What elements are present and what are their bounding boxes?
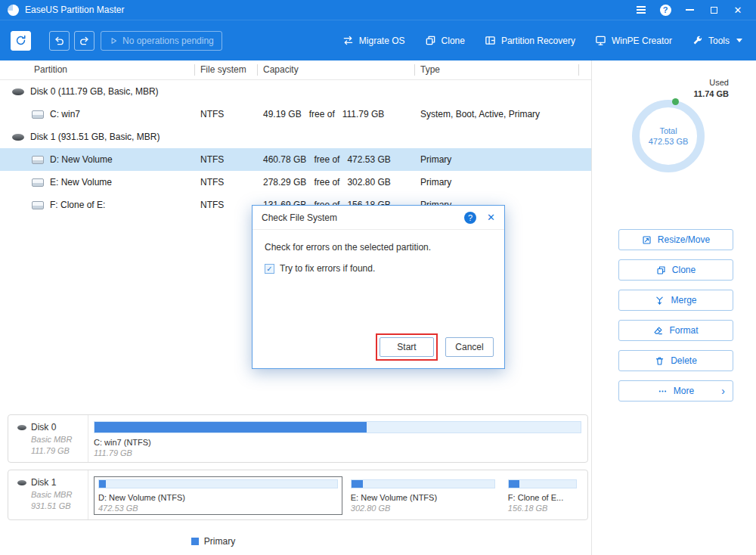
table-row-d-selected[interactable]: D: New Volume NTFS 460.78 GB free of 472… [0,148,591,171]
partition-free: 278.29 GB [263,177,306,188]
diskmap-partition-e[interactable]: E: New Volume (NTFS) 302.80 GB [346,476,500,515]
diskmap-partition-d[interactable]: D: New Volume (NTFS) 472.53 GB [94,476,342,515]
clone-label: Clone [672,265,696,275]
toolbar: No operations pending Migrate OS Clone P… [0,20,756,60]
partition-recovery-label: Partition Recovery [501,36,575,46]
clone-icon [656,265,666,275]
right-panel: Used 11.74 GB Total 472.53 GB Resize/Mov… [591,60,756,555]
resize-move-button[interactable]: Resize/Move [618,229,733,250]
partition-free: 49.19 GB [263,109,302,119]
diskmap-partition-label: E: New Volume (NTFS) [351,493,495,502]
pending-operations-status: No operations pending [101,31,222,51]
total-value: 472.53 GB [649,136,689,147]
table-row-e[interactable]: E: New Volume NTFS 278.29 GB free of 302… [0,171,591,194]
used-summary: Used 11.74 GB [694,77,729,100]
minimize-icon [686,9,694,11]
dialog-buttons: Start Cancel [376,333,494,361]
diskmap-disk1-info: Disk 1 Basic MBR 931.51 GB [8,470,88,519]
diskmap-disk1-partitions: D: New Volume (NTFS) 472.53 GB E: New Vo… [88,470,587,519]
table-row-c[interactable]: C: win7 NTFS 49.19 GB free of 111.79 GB … [0,103,591,126]
used-value: 11.74 GB [694,88,729,100]
refresh-icon [15,35,26,46]
table-row-disk0[interactable]: Disk 0 (111.79 GB, Basic, MBR) [0,80,591,103]
dialog-close-icon[interactable]: ✕ [487,212,495,223]
diskmap-disk0-partitions: C: win7 (NTFS) 111.79 GB [88,415,587,462]
help-icon: ? [660,5,671,16]
undo-icon [54,35,65,46]
partition-capacity: 111.79 GB [342,109,385,119]
diskmap-disk0-info: Disk 0 Basic MBR 111.79 GB [8,415,88,462]
fix-errors-label: Try to fix errors if found. [280,263,375,274]
merge-label: Merge [671,295,696,305]
partition-recovery-button[interactable]: Partition Recovery [485,35,575,46]
undo-button[interactable] [49,31,70,51]
diskmap-disk1: Disk 1 Basic MBR 931.51 GB D: New Volume… [8,470,588,520]
primary-legend-swatch [191,538,199,545]
chevron-down-icon [736,39,742,42]
minimize-button[interactable] [677,0,702,20]
titlebar: EaseUS Partition Master ? ✕ [0,0,756,20]
disk-name: Disk 1 (931.51 GB, Basic, MBR) [30,132,160,142]
diskmap-disk-kind: Basic MBR [31,490,88,499]
diskmap-partition-bar[interactable] [94,421,581,433]
cancel-button[interactable]: Cancel [445,337,494,357]
format-button[interactable]: Format [618,320,733,341]
diskmap-legend: Primary [0,536,426,547]
close-button[interactable]: ✕ [726,0,750,20]
start-button[interactable]: Start [380,337,434,357]
app-window: EaseUS Partition Master ? ✕ No operation… [0,0,756,555]
diskmap-disk-name: Disk 0 [31,422,56,433]
diskmap-disk0: Disk 0 Basic MBR 111.79 GB C: win7 (NTFS… [8,414,588,463]
delete-button[interactable]: Delete [618,350,733,371]
refresh-button[interactable] [11,31,31,51]
diskmap-partition-size: 472.53 GB [98,504,338,513]
clone-label: Clone [442,36,465,46]
diskmap-partition-f[interactable]: F: Clone of E... 156.18 GB [503,476,581,515]
clone-toolbar-button[interactable]: Clone [425,35,465,46]
partition-filesystem: NTFS [195,200,258,210]
disk-map: Disk 0 Basic MBR 111.79 GB C: win7 (NTFS… [8,414,588,527]
more-button[interactable]: More › [618,380,733,402]
used-space-fill [352,480,363,488]
tools-icon [692,35,703,46]
dialog-help-icon[interactable]: ? [464,212,476,224]
partition-icon [32,110,44,119]
total-label: Total [659,126,677,136]
disk-icon [12,88,24,95]
migrate-os-button[interactable]: Migrate OS [342,35,405,46]
help-button[interactable]: ? [653,0,677,20]
table-row-disk1[interactable]: Disk 1 (931.51 GB, Basic, MBR) [0,126,591,148]
used-indicator-dot [672,98,679,105]
redo-button[interactable] [74,31,94,51]
winpe-creator-label: WinPE Creator [612,36,672,46]
partition-icon [32,201,44,209]
diskmap-disk-size: 111.79 GB [31,446,88,455]
format-label: Format [669,325,698,336]
menu-icon[interactable] [629,0,653,20]
column-header-type: Type [415,64,579,76]
toolbar-actions: Migrate OS Clone Partition Recovery WinP… [342,35,745,46]
fix-errors-checkbox[interactable]: ✓ [265,264,274,274]
merge-button[interactable]: Merge [618,290,733,311]
start-button-highlight: Start [376,333,438,361]
partition-name: E: New Volume [50,177,112,188]
partition-capacity: 472.53 GB [347,154,390,165]
fix-errors-option: ✓ Try to fix errors if found. [265,263,492,274]
winpe-creator-button[interactable]: WinPE Creator [595,35,672,46]
clone-button[interactable]: Clone [618,259,733,281]
diskmap-partition-label: C: win7 (NTFS) [94,438,581,447]
partition-icon [32,156,44,164]
column-header-partition: Partition [0,64,195,76]
disk-icon [17,425,26,430]
play-icon [109,36,118,45]
maximize-button[interactable] [702,0,726,20]
capacity-donut-chart: Total 472.53 GB [632,100,705,172]
partition-free: 460.78 GB [263,154,306,165]
partition-filesystem: NTFS [195,177,258,188]
resize-move-label: Resize/Move [658,234,710,245]
winpe-creator-icon [595,35,606,46]
tools-button[interactable]: Tools [692,35,742,46]
partition-name: D: New Volume [50,154,113,165]
dialog-body: Check for errors on the selected partiti… [253,230,504,274]
diskmap-disk-kind: Basic MBR [31,435,88,444]
